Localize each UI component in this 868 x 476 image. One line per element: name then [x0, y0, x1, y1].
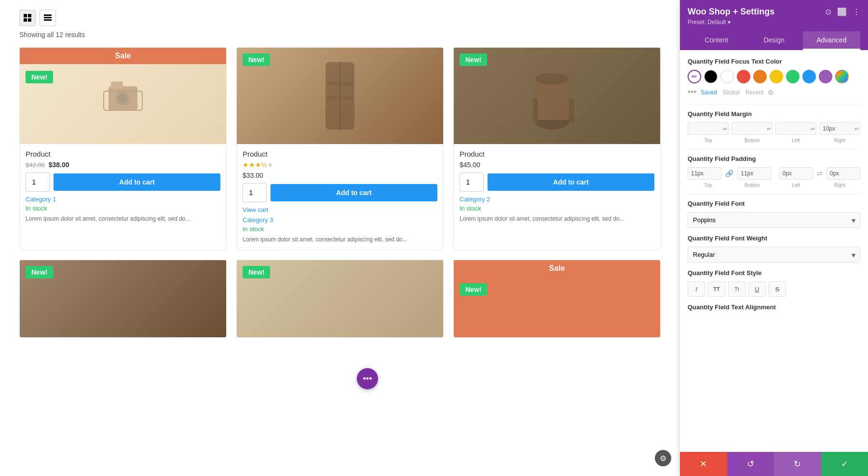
layout-icon[interactable]: ⬜	[837, 7, 847, 16]
padding-right-input[interactable]	[827, 167, 860, 180]
color-swatch-blue[interactable]	[802, 70, 816, 83]
quantity-input[interactable]	[26, 172, 50, 192]
svg-point-9	[118, 93, 128, 103]
quantity-input[interactable]	[460, 172, 484, 192]
category-link[interactable]: Category 3	[243, 216, 437, 224]
strikethrough-button[interactable]: S	[769, 281, 786, 297]
view-cart-link[interactable]: View cart	[243, 206, 437, 213]
product-price: $45.00	[460, 161, 654, 169]
global-tab[interactable]: Global	[723, 89, 740, 96]
font-weight-select[interactable]: Regular Bold Light Medium	[688, 247, 860, 263]
panel-preset[interactable]: Preset: Default ▾	[688, 19, 860, 26]
product-price: $42.00 $38.00	[26, 161, 220, 169]
padding-bottom-wrap	[737, 167, 771, 180]
uppercase-button[interactable]: TT	[708, 281, 725, 297]
undo-icon: ↺	[747, 459, 754, 469]
product-desc: Lorem ipsum dolor sit amet, consectetur …	[243, 236, 437, 244]
settings-icon[interactable]: ⊙	[825, 7, 831, 16]
svg-rect-6	[44, 19, 52, 21]
qty-text-align-label: Quantity Field Text Alignment	[688, 304, 860, 311]
new-badge: New!	[26, 71, 53, 83]
showing-results: Showing all 12 results	[19, 31, 661, 39]
grid-view-button[interactable]	[19, 10, 36, 26]
link-icon-2[interactable]: ⇄	[817, 170, 823, 177]
qty-font-label: Quantity Field Font	[688, 200, 860, 207]
saved-tab[interactable]: Saved	[701, 89, 717, 96]
svg-point-18	[535, 73, 569, 85]
product-image-4: New!	[20, 260, 226, 337]
svg-rect-10	[111, 81, 123, 89]
tab-advanced[interactable]: Advanced	[803, 31, 860, 50]
color-swatch-gradient[interactable]	[835, 70, 849, 83]
floating-menu-button[interactable]: •••	[357, 368, 378, 389]
qty-text-align-section: Quantity Field Text Alignment	[688, 304, 860, 311]
color-swatch-yellow[interactable]	[770, 70, 783, 83]
product-card: Sale New! Product $42.00 $38.00	[19, 47, 227, 250]
dots-icon: •••	[363, 374, 372, 384]
link-icon: ⇄	[811, 126, 814, 132]
color-picker-eyedropper[interactable]: ✏	[688, 70, 701, 83]
undo-button[interactable]: ↺	[727, 452, 774, 476]
recent-tab[interactable]: Recent	[746, 89, 764, 96]
color-tabs: Saved Global Recent	[701, 89, 764, 96]
margin-inputs: ⇄ ⇄ ⇄ ⇄	[688, 122, 860, 135]
tab-design[interactable]: Design	[745, 31, 802, 50]
padding-bottom-input[interactable]	[737, 167, 771, 180]
main-content: Showing all 12 results Sale New! Product	[0, 0, 680, 476]
stock-status: In stock	[26, 205, 220, 212]
cancel-button[interactable]: ✕	[680, 452, 727, 476]
save-button[interactable]: ✓	[821, 452, 868, 476]
quantity-input[interactable]	[243, 183, 267, 202]
color-swatch-black[interactable]	[704, 70, 718, 83]
eyedropper-icon: ✏	[692, 73, 697, 80]
category-link[interactable]: Category 2	[460, 196, 654, 203]
add-to-cart-button[interactable]: Add to cart	[271, 184, 437, 201]
cancel-icon: ✕	[700, 459, 707, 469]
category-link[interactable]: Category 1	[26, 196, 220, 203]
color-settings-icon[interactable]: ⚙	[768, 89, 774, 96]
more-colors-button[interactable]: •••	[688, 87, 697, 97]
qty-margin-label: Quantity Field Margin	[688, 110, 860, 118]
color-swatch-orange[interactable]	[753, 70, 767, 83]
list-view-button[interactable]	[40, 10, 56, 26]
padding-left-input[interactable]	[779, 167, 813, 180]
color-swatch-green[interactable]	[786, 70, 800, 83]
products-grid: Sale New! Product $42.00 $38.00	[19, 47, 661, 338]
color-swatch-purple[interactable]	[819, 70, 832, 83]
font-select[interactable]: Poppins Arial Georgia Roboto	[688, 212, 860, 228]
padding-top-input[interactable]	[688, 167, 721, 180]
sale-banner: Sale	[20, 48, 226, 64]
product-card: Sale New!	[453, 260, 661, 338]
margin-right-wrap: ⇄	[819, 122, 860, 135]
underline-button[interactable]: U	[748, 281, 766, 297]
capitalize-button[interactable]: Tt	[728, 281, 746, 297]
padding-labels: Top Bottom Left Right	[688, 183, 860, 188]
link-icon: ⇄	[767, 126, 771, 132]
qty-font-style-section: Quantity Field Font Style I TT Tt U S	[688, 269, 860, 297]
tab-content[interactable]: Content	[688, 31, 745, 50]
qty-font-weight-label: Quantity Field Font Weight	[688, 235, 860, 242]
price-old: $42.00	[26, 161, 45, 169]
link-icon[interactable]: 🔗	[725, 170, 733, 177]
color-swatch-red[interactable]	[737, 70, 750, 83]
qty-padding-section: Quantity Field Padding 🔗 ⇄	[688, 155, 860, 188]
color-actions: ••• Saved Global Recent ⚙	[688, 87, 860, 97]
qty-focus-text-color-section: Quantity Field Focus Text Color ✏ ••• Sa…	[688, 58, 860, 97]
italic-button[interactable]: I	[688, 281, 705, 297]
new-badge: New!	[460, 283, 487, 296]
redo-button[interactable]: ↻	[774, 452, 821, 476]
product-image-5: New!	[237, 260, 443, 337]
padding-left-label: Left	[775, 183, 816, 188]
more-icon[interactable]: ⋮	[853, 7, 860, 16]
svg-rect-14	[326, 81, 353, 85]
color-swatch-white[interactable]	[720, 70, 734, 83]
product-desc: Lorem ipsum dolor sit amet, consectetur …	[460, 215, 654, 223]
padding-right-label: Right	[819, 183, 860, 188]
svg-rect-4	[44, 14, 52, 16]
link-icon: ⇄	[854, 126, 858, 132]
corner-settings-button[interactable]: ⚙	[655, 450, 671, 466]
view-toolbar	[19, 10, 661, 26]
product-image-2: New!	[237, 48, 443, 144]
add-to-cart-button[interactable]: Add to cart	[54, 173, 220, 191]
add-to-cart-button[interactable]: Add to cart	[488, 173, 654, 191]
